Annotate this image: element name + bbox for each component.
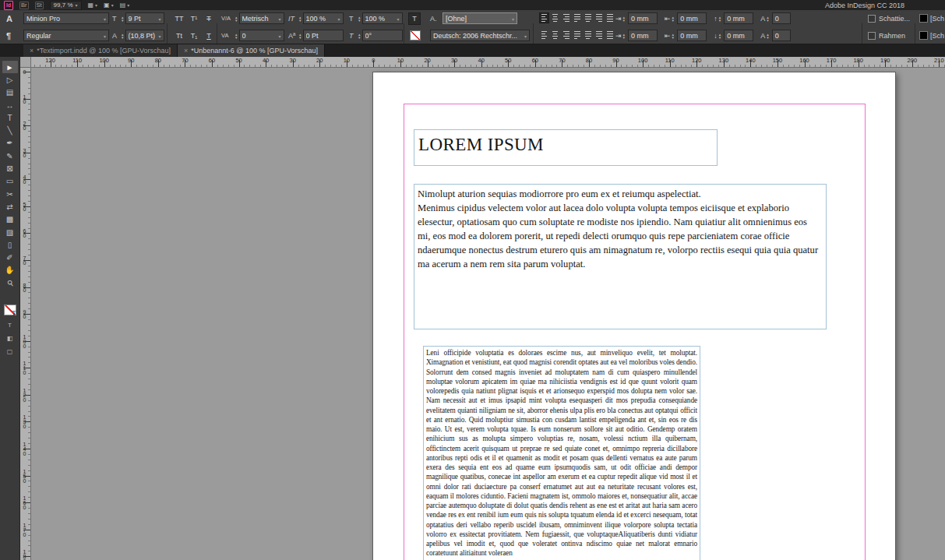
gap-tool[interactable]: ↔ — [2, 99, 18, 111]
direct-selection-tool[interactable]: ▷ — [2, 73, 18, 86]
paragraph-shading-control[interactable]: Schattie... — [868, 12, 910, 25]
horizontal-scale-select[interactable]: 100 % — [358, 12, 403, 25]
strikethrough-button[interactable]: T — [203, 12, 215, 25]
fill-color-proxy[interactable]: T — [4, 305, 16, 315]
page-tool[interactable]: ▤ — [2, 86, 18, 99]
align-center-button[interactable] — [550, 30, 560, 41]
justify-left-button[interactable] — [572, 12, 582, 23]
vertical-ruler[interactable]: 0102030405060708090100110120130140150160… — [20, 68, 31, 560]
view-options-button[interactable]: ▦ — [88, 2, 98, 9]
drop-cap-lines-field[interactable]: 0 — [772, 12, 791, 24]
space-before-field[interactable]: 0 mm — [724, 12, 753, 24]
stock-icon[interactable]: St — [35, 2, 44, 9]
align-right-button[interactable] — [561, 30, 571, 41]
paragraph-formatting-toggle[interactable]: ¶ — [6, 29, 11, 42]
font-family-select[interactable]: Minion Pro — [23, 12, 109, 25]
shading-checkbox[interactable] — [868, 15, 876, 23]
skew-field[interactable]: 0° — [358, 29, 403, 42]
horizontal-ruler[interactable]: 1301201101009080706050403020100102030405… — [20, 57, 945, 68]
intro-text-frame[interactable]: Nimolupt aturion sequias modiorrore pro … — [414, 184, 827, 329]
bridge-icon[interactable]: Br — [19, 2, 29, 9]
subscript-button[interactable]: T₁ — [188, 29, 200, 42]
body-text-frame[interactable]: Leni officipide voluptatia es doloraes e… — [423, 346, 700, 560]
stepper-icon[interactable] — [719, 33, 721, 39]
stepper-icon[interactable] — [767, 16, 769, 22]
stepper-icon[interactable] — [672, 33, 675, 39]
rectangle-frame-tool[interactable]: ⊠ — [2, 162, 18, 174]
align-center-button[interactable] — [550, 12, 560, 23]
right-indent-field[interactable]: 0 mm — [677, 12, 707, 24]
gradient-feather-tool[interactable]: ▨ — [2, 226, 18, 238]
last-line-indent-field[interactable]: 0 mm — [677, 30, 707, 41]
justify-all-button[interactable] — [605, 30, 615, 41]
space-after-field[interactable]: 0 mm — [724, 30, 753, 41]
baseline-shift-field[interactable]: 0 Pt — [299, 29, 344, 42]
border-checkbox[interactable] — [868, 32, 876, 40]
justify-right-button[interactable] — [594, 30, 604, 41]
rectangle-tool[interactable]: ▭ — [2, 175, 18, 188]
stepper-icon[interactable] — [235, 33, 238, 39]
note-tool[interactable]: ▯ — [2, 238, 18, 251]
all-caps-button[interactable]: TT — [173, 12, 185, 25]
close-tab-icon[interactable]: × — [30, 47, 33, 55]
arrange-documents-button[interactable]: ▤ — [120, 2, 130, 9]
small-caps-button[interactable]: Tt — [173, 29, 185, 42]
screen-mode-toggle-button[interactable]: ▢ — [7, 348, 13, 355]
pen-tool[interactable]: ✒ — [2, 137, 18, 150]
title-text-frame[interactable]: LOREM IPSUM — [414, 129, 718, 166]
justify-left-button[interactable] — [572, 30, 582, 41]
line-tool[interactable]: ╲ — [2, 124, 18, 136]
stepper-icon[interactable] — [122, 16, 124, 22]
pencil-tool[interactable]: ✎ — [2, 150, 18, 162]
underline-button[interactable]: T — [203, 29, 215, 42]
first-line-indent-field[interactable]: 0 mm — [628, 30, 658, 41]
leading-select[interactable]: (10,8 Pt) — [122, 29, 164, 42]
eyedropper-tool[interactable]: ✐ — [2, 251, 18, 263]
font-style-select[interactable]: Regular — [23, 29, 109, 42]
formatting-affects-text-button[interactable]: T — [8, 322, 12, 329]
justify-all-button[interactable] — [605, 12, 615, 23]
stepper-icon[interactable] — [672, 16, 675, 22]
fill-none-swatch[interactable] — [410, 29, 421, 42]
stepper-icon[interactable] — [358, 16, 361, 22]
ruler-origin-corner[interactable] — [20, 57, 31, 68]
text-frame-options-button[interactable]: T — [408, 12, 421, 25]
stepper-icon[interactable] — [719, 16, 721, 22]
selection-tool[interactable]: ► — [2, 61, 18, 73]
document-canvas[interactable]: LOREM IPSUM Nimolupt aturion sequias mod… — [31, 68, 945, 560]
apply-color-button[interactable]: ◧ — [7, 335, 13, 342]
scissors-tool[interactable]: ✂ — [2, 188, 18, 200]
stepper-icon[interactable] — [358, 33, 361, 39]
justify-right-button[interactable] — [594, 12, 604, 23]
gradient-swatch-tool[interactable]: ▩ — [2, 213, 18, 226]
shading-color-swatch[interactable]: [Schwarz] — [919, 12, 944, 25]
justify-center-button[interactable] — [583, 30, 593, 41]
align-left-button[interactable] — [539, 30, 549, 41]
left-indent-field[interactable]: 0 mm — [628, 12, 658, 24]
type-tool[interactable]: T — [2, 111, 18, 124]
character-style-select[interactable]: [Ohne] — [443, 12, 517, 25]
screen-mode-button[interactable]: ▣ — [104, 2, 114, 9]
close-tab-icon[interactable]: × — [184, 47, 188, 55]
stepper-icon[interactable] — [122, 33, 124, 39]
document-tab[interactable]: ×*Unbenannt-6 @ 100 % [GPU-Vorschau] — [178, 44, 325, 57]
vertical-scale-select[interactable]: 100 % — [299, 12, 344, 25]
stepper-icon[interactable] — [235, 16, 238, 22]
document-tab[interactable]: ×*Textimport.indd @ 100 % [GPU-Vorschau] — [23, 44, 178, 57]
language-select[interactable]: Deutsch: 2006 Rechtschr... — [430, 29, 530, 42]
font-size-select[interactable]: 9 Pt — [122, 12, 164, 25]
stepper-icon[interactable] — [299, 16, 301, 22]
kerning-select[interactable]: Metrisch — [235, 12, 284, 25]
stepper-icon[interactable] — [767, 33, 769, 39]
tracking-select[interactable]: 0 — [235, 29, 284, 42]
superscript-button[interactable]: T¹ — [188, 12, 200, 25]
justify-center-button[interactable] — [583, 12, 593, 23]
character-formatting-toggle[interactable]: A — [6, 12, 12, 25]
stepper-icon[interactable] — [623, 33, 626, 39]
paragraph-border-control[interactable]: Rahmen — [868, 29, 905, 42]
zoom-level-select[interactable]: 99,7 % — [50, 1, 82, 10]
align-right-button[interactable] — [561, 12, 571, 23]
stepper-icon[interactable] — [623, 16, 626, 22]
free-transform-tool[interactable]: ⇄ — [2, 200, 18, 213]
stepper-icon[interactable] — [299, 33, 301, 39]
